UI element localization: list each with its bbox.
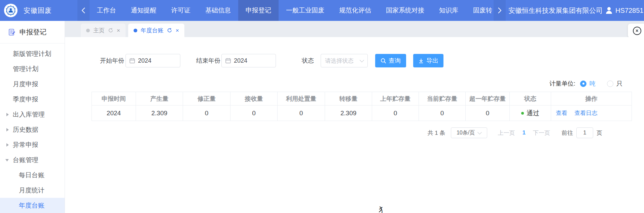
cell-current-storage: 0 [419, 105, 466, 121]
goto-prefix: 前往 [562, 129, 573, 137]
search-button[interactable]: 查询 [375, 54, 406, 67]
close-icon[interactable]: × [117, 28, 120, 33]
radio-piece-label[interactable]: 只 [616, 80, 622, 88]
col-disposed: 利用处置量 [278, 92, 325, 105]
radio-ton[interactable] [580, 81, 586, 87]
menu-item-waste-transfer[interactable]: 固废转 [466, 0, 494, 21]
download-icon [418, 58, 424, 64]
col-declare-time: 申报时间 [92, 92, 136, 105]
goto-suffix: 页 [597, 129, 602, 137]
sidebar-item-monthly-statistics[interactable]: 月度统计 [0, 183, 65, 198]
menu-item-basic-info[interactable]: 基础信息 [198, 0, 238, 21]
page-size-select[interactable]: 10条/页 [451, 127, 487, 138]
sidebar-item-monthly-declaration[interactable]: 月度申报 [0, 77, 65, 92]
tab-annual-ledger[interactable]: 年度台账 × [128, 24, 184, 37]
unit-selector: 计量单位: 吨 只 [549, 77, 622, 90]
col-prev-storage: 上年贮存量 [372, 92, 419, 105]
radio-piece[interactable] [607, 81, 613, 87]
main-content: 开始年份 结束年份 状态 请选择状态 [65, 37, 644, 213]
document-edit-icon [8, 28, 16, 36]
view-link[interactable]: 查看 [556, 110, 567, 116]
sidebar-item-abnormal-declaration[interactable]: 异常申报 [0, 137, 65, 152]
col-current-storage: 当前贮存量 [419, 92, 466, 105]
menu-item-standardization-assessment[interactable]: 规范化评估 [332, 0, 379, 21]
prev-page-button[interactable]: 上一页 [498, 129, 515, 137]
menu-item-declaration[interactable]: 申报登记 [238, 0, 279, 21]
sidebar-item-management-plan[interactable]: 管理计划 [0, 61, 65, 77]
menu-item-knowledge-base[interactable]: 知识库 [432, 0, 466, 21]
sidebar-item-label: 台账管理 [13, 156, 38, 163]
menu-item-national-system-connect[interactable]: 国家系统对接 [379, 0, 432, 21]
refresh-icon[interactable] [108, 28, 113, 33]
start-year-input[interactable] [138, 57, 172, 64]
calendar-icon [129, 58, 135, 64]
sidebar-item-ledger-management[interactable]: 台账管理 [0, 152, 65, 168]
status-placeholder: 请选择状态 [325, 57, 354, 65]
user-icon [605, 6, 613, 14]
tab-home[interactable]: 主页 × [81, 24, 126, 37]
top-navbar: 安徽固废 工作台 通知提醒 许可证 基础信息 申报登记 一般工业固废 规范化评估… [0, 0, 644, 21]
user-code: HS72851... [615, 7, 644, 14]
account-area[interactable]: 安徽恒生科技发展集团有限公司 HS72851... [508, 6, 644, 15]
col-generated: 产生量 [136, 92, 183, 105]
sidebar-item-quarterly-declaration[interactable]: 季度申报 [0, 92, 65, 107]
search-icon [381, 58, 386, 64]
sidebar-menu: 新版管理计划 管理计划 月度申报 季度申报 出入库管理 历史数据 异常申报 台账… [0, 43, 65, 213]
table-row: 2024 2.309 0 0 0 2.309 0 0 0 通过 [92, 105, 632, 121]
partial-floating-widget-text: 犭 [379, 205, 387, 213]
menu-item-license[interactable]: 许可证 [164, 0, 198, 21]
current-page[interactable]: 1 [523, 129, 526, 136]
close-all-tabs-button[interactable]: × [628, 24, 644, 38]
menu-item-workbench[interactable]: 工作台 [90, 0, 123, 21]
goto-page-input[interactable] [576, 127, 593, 138]
chevron-down-icon [477, 130, 482, 134]
export-button[interactable]: 导出 [413, 54, 443, 67]
end-year-input[interactable] [234, 57, 267, 64]
calendar-icon [225, 58, 231, 64]
circle-close-icon: × [633, 27, 641, 35]
next-page-button[interactable]: 下一页 [533, 129, 550, 137]
refresh-icon[interactable] [167, 28, 172, 33]
menu-scroll-left-icon[interactable] [77, 0, 90, 21]
sidebar-header: 申报登记 [0, 21, 65, 43]
tab-dot-icon [86, 29, 90, 32]
radio-ton-label[interactable]: 吨 [589, 80, 596, 88]
unit-label: 计量单位: [549, 80, 575, 88]
tab-label: 主页 [93, 27, 105, 34]
menu-scroll-right-icon[interactable] [494, 0, 506, 21]
export-button-label: 导出 [426, 57, 438, 65]
caret-right-icon [6, 143, 9, 147]
sidebar-item-label: 历史数据 [13, 126, 38, 133]
col-corrected: 修正量 [183, 92, 230, 105]
app-logo-icon [4, 4, 17, 17]
sidebar-item-history-data[interactable]: 历史数据 [0, 122, 65, 137]
tab-dot-icon [134, 29, 137, 32]
col-status: 状态 [510, 92, 551, 105]
col-transferred: 转移量 [325, 92, 372, 105]
tab-label: 年度台账 [141, 27, 164, 34]
caret-right-icon [6, 128, 9, 131]
total-count: 共 1 条 [428, 129, 445, 137]
chevron-down-icon [360, 58, 364, 62]
status-select[interactable]: 请选择状态 [321, 54, 368, 67]
start-year-label: 开始年份 [100, 54, 124, 67]
start-year-picker[interactable] [126, 54, 180, 67]
view-log-link[interactable]: 查看日志 [574, 110, 597, 116]
menu-item-notifications[interactable]: 通知提醒 [123, 0, 164, 21]
sidebar-item-inout-warehouse[interactable]: 出入库管理 [0, 107, 65, 122]
close-icon[interactable]: × [176, 28, 179, 33]
menu-item-general-industrial-waste[interactable]: 一般工业固废 [279, 0, 332, 21]
sidebar-item-daily-ledger[interactable]: 每日台账 [0, 168, 65, 183]
cell-prev-storage: 0 [372, 105, 419, 121]
sidebar-item-annual-ledger[interactable]: 年度台账 [0, 198, 65, 213]
cell-corrected: 0 [183, 105, 230, 121]
end-year-picker[interactable] [221, 54, 276, 67]
end-year-label: 结束年份 [196, 54, 220, 67]
cell-transferred: 2.309 [325, 105, 372, 121]
cell-generated: 2.309 [136, 105, 183, 121]
sidebar-item-new-management-plan[interactable]: 新版管理计划 [0, 46, 65, 61]
app-title: 安徽固废 [24, 6, 52, 15]
main-menu: 工作台 通知提醒 许可证 基础信息 申报登记 一般工业固废 规范化评估 国家系统… [90, 0, 494, 21]
cell-declare-time: 2024 [92, 105, 136, 121]
search-button-label: 查询 [389, 57, 401, 65]
